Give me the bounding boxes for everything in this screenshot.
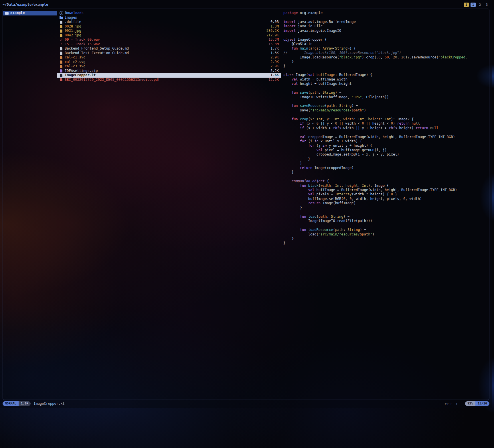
code-line: import java.io.File (283, 24, 489, 28)
terminal-window: ~/Data/example/example 1123 example Down… (0, 0, 492, 408)
code-token: (i (306, 139, 314, 143)
code-token: (x + width > (304, 126, 333, 130)
code-line: } (283, 64, 489, 68)
file-row[interactable]: 15 - Track 15.wav15.3M (57, 42, 281, 47)
file-row[interactable]: SBI_0032013739_2023_DE05_0003155631Invoi… (57, 78, 281, 82)
code-token (298, 104, 300, 108)
file-row[interactable]: Downloads (57, 11, 281, 15)
code-token: : BufferedImage) { (335, 73, 372, 77)
code-token: } (283, 170, 294, 174)
code-token: (x < (304, 121, 316, 125)
code-token: y (327, 117, 329, 121)
download-icon (60, 11, 63, 15)
statusbar: NORMAL 1.6K ImageCropper.kt -rw-r--r-- 9… (3, 401, 489, 406)
file-name: example (10, 11, 53, 15)
code-token: java.awt.image.BufferedImage (296, 20, 356, 24)
file-size: 2.9K (270, 55, 279, 60)
code-token: $path (360, 232, 370, 236)
file-name: 09 - Track 09.wav (65, 38, 266, 42)
markdown-icon (60, 47, 63, 50)
file-row[interactable]: 0042.jpg212.9K (57, 33, 281, 38)
code-token (410, 121, 412, 125)
file-row[interactable]: cal-c1.svg2.9K (57, 55, 281, 60)
file-list[interactable]: DownloadsImages.dotfile0.0B0028.jpg1.3M0… (57, 9, 281, 400)
code-token: Image(ImageIO.read(File(path))) (283, 219, 372, 223)
code-line: save("src/main/resources/$path") (283, 108, 489, 113)
file-row[interactable]: Backend_Frontend_Setup_Guide.md1.7K (57, 46, 281, 51)
file-row[interactable]: cal-c2.svg2.9K (57, 60, 281, 64)
code-token (306, 215, 308, 219)
code-line: fun load(path: String) = (283, 215, 489, 219)
code-token: ) = (360, 228, 366, 232)
code-line: load("src/main/resources/$path") (283, 232, 489, 237)
code-token: ) = (351, 104, 358, 108)
code-token: )?.saveResource( (405, 55, 438, 59)
code-token: ) (393, 121, 397, 125)
file-row[interactable]: 0028.jpg1.3M (57, 24, 281, 29)
file-name: cal-c1.svg (65, 55, 268, 60)
code-line: } (283, 241, 489, 245)
code-token (283, 104, 292, 108)
code-token: ): Image? { (391, 117, 414, 121)
code-token: path (319, 215, 327, 219)
file-row[interactable]: 09 - Track 09.wav15.3M (57, 38, 281, 42)
code-token (283, 77, 292, 81)
tab-1[interactable]: 1 (464, 3, 469, 7)
code-token (283, 91, 292, 95)
code-token: String (331, 215, 343, 219)
code-token: y until y + height) { (327, 144, 372, 148)
file-row[interactable]: example (3, 11, 57, 15)
code-token (283, 144, 308, 148)
code-line: if (x + width > this.width || y + height… (283, 126, 489, 130)
file-row[interactable]: cal-c3.svg2.9K (57, 64, 281, 69)
image-icon (60, 25, 63, 28)
tab-2[interactable]: 2 (477, 3, 483, 7)
file-row[interactable]: IDEAsettings.zip5.2K (57, 69, 281, 73)
mode-badge: NORMAL (3, 401, 19, 406)
code-token: ImageIO.write(buffImage, (283, 95, 351, 99)
code-token: Int (317, 117, 323, 121)
code-token: height (368, 117, 380, 121)
tab-1[interactable]: 1 (471, 3, 476, 7)
code-token: val (292, 82, 298, 86)
file-size: 2.9K (270, 64, 279, 69)
file-row[interactable]: .dotfile0.0B (57, 20, 281, 24)
code-line (283, 130, 489, 135)
code-token: import (283, 20, 296, 24)
code-line: object ImageCropper { (283, 38, 489, 42)
file-row[interactable]: 0031.jpg586.3K (57, 29, 281, 33)
code-line: class Image(val buffImage: BufferedImage… (283, 73, 489, 77)
file-size: 2.9K (270, 60, 279, 64)
parent-pane[interactable]: example (3, 9, 57, 400)
code-token (283, 179, 292, 183)
breadcrumb-path: ~/Data/example/example (3, 3, 48, 7)
file-size: 15.3M (268, 38, 279, 42)
file-row[interactable]: ImageCropper.kt1.6K (57, 73, 281, 78)
file-row[interactable]: Backend_Test_Execution_Guide.md1.3K (57, 51, 281, 56)
code-token: "blackCropped. (438, 55, 467, 59)
code-line (283, 86, 489, 91)
file-row[interactable]: Images (57, 15, 281, 20)
code-token: fun (292, 46, 298, 50)
image-icon (60, 56, 63, 59)
code-token: ( (325, 104, 327, 108)
code-token (283, 135, 300, 139)
folder-icon (60, 16, 63, 19)
file-name: Backend_Test_Execution_Guide.md (65, 51, 268, 56)
code-token: ( (333, 228, 335, 232)
code-token: (j (314, 144, 323, 148)
code-token: return (397, 121, 409, 125)
code-token: : (331, 184, 335, 188)
code-token: 50 (376, 55, 380, 59)
code-token: path (335, 228, 343, 232)
image-icon (60, 34, 63, 37)
code-token: load( (283, 232, 319, 236)
markdown-icon (60, 51, 63, 55)
archive-icon (60, 69, 63, 72)
tab-3[interactable]: 3 (484, 3, 489, 7)
code-token: save (300, 91, 308, 95)
code-token: fun (300, 228, 306, 232)
code-token: , (339, 117, 343, 121)
code-token: buffImage.setRGB( (283, 197, 343, 201)
file-size-badge: 1.6K (19, 401, 31, 406)
